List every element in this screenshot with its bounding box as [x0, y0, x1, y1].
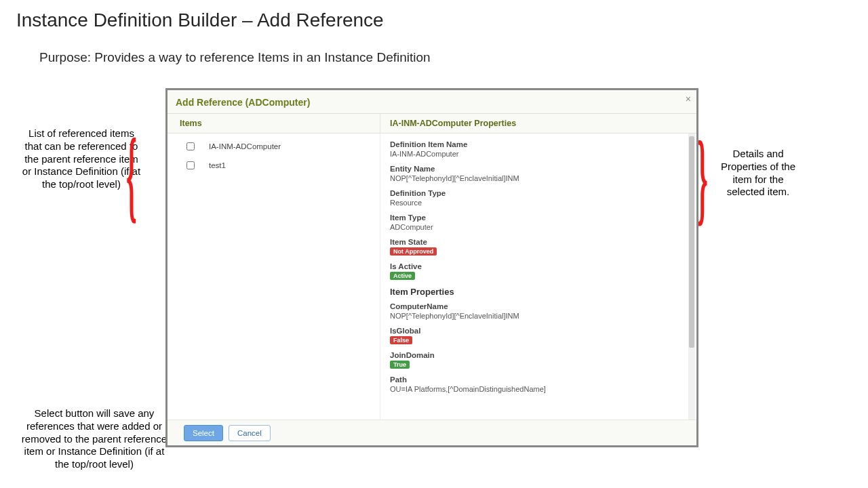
prop-value: NOP[^TelephonyId][^EnclaveInitial]INM: [390, 174, 684, 182]
annotation-properties-panel: Details and Properties of the item for t…: [717, 148, 799, 199]
cancel-button[interactable]: Cancel: [229, 425, 271, 441]
page-title: Instance Definition Builder – Add Refere…: [16, 9, 384, 31]
scrollbar-thumb[interactable]: [689, 136, 694, 348]
prop-label: Item State: [390, 238, 684, 246]
dialog-footer: Select Cancel: [167, 420, 696, 445]
prop-value: ADComputer: [390, 223, 684, 231]
prop-value: IA-INM-ADComputer: [390, 150, 684, 158]
items-pane: IA-INM-ADComputer test1: [167, 134, 380, 420]
prop-label: IsGlobal: [390, 327, 684, 335]
item-properties-header: Item Properties: [390, 287, 684, 297]
dialog-title: Add Reference (ADComputer): [176, 97, 310, 108]
brace-right-icon: }: [697, 117, 708, 238]
prop-item-type: Item Type ADComputer: [390, 214, 684, 231]
status-badge-active: Active: [390, 272, 415, 280]
list-item[interactable]: IA-INM-ADComputer: [184, 140, 376, 152]
dialog-header: Add Reference (ADComputer) ×: [167, 90, 696, 113]
column-headers: Items IA-INM-ADComputer Properties: [167, 113, 696, 134]
prop-value: NOP[^TelephonyId][^EnclaveInitial]INM: [390, 312, 684, 320]
annotation-select-button: Select button will save any references t…: [20, 407, 168, 471]
item-checkbox[interactable]: [186, 161, 195, 169]
list-item[interactable]: test1: [184, 159, 376, 171]
prop-computer-name: ComputerName NOP[^TelephonyId][^EnclaveI…: [390, 302, 684, 320]
prop-label: JoinDomain: [390, 351, 684, 359]
prop-is-global: IsGlobal False: [390, 327, 684, 344]
prop-join-domain: JoinDomain True: [390, 351, 684, 369]
item-label: test1: [209, 161, 226, 169]
brace-left-icon: {: [126, 114, 137, 235]
select-button[interactable]: Select: [184, 425, 223, 441]
annotation-items-list: List of referenced items that can be ref…: [20, 127, 142, 191]
prop-is-active: Is Active Active: [390, 262, 684, 280]
prop-value: Resource: [390, 199, 684, 207]
item-checkbox[interactable]: [186, 142, 195, 150]
prop-label: Is Active: [390, 262, 684, 270]
add-reference-dialog: Add Reference (ADComputer) × Items IA-IN…: [165, 88, 698, 447]
prop-path: Path OU=IA Platforms,[^DomainDistinguish…: [390, 375, 684, 393]
prop-definition-item-name: Definition Item Name IA-INM-ADComputer: [390, 140, 684, 158]
status-badge-true: True: [390, 361, 410, 369]
properties-column-header: IA-INM-ADComputer Properties: [380, 114, 696, 133]
prop-label: Path: [390, 375, 684, 384]
prop-label: Definition Type: [390, 189, 684, 197]
properties-pane: Definition Item Name IA-INM-ADComputer E…: [380, 134, 696, 420]
scrollbar[interactable]: [688, 134, 695, 420]
status-badge-not-approved: Not Approved: [390, 247, 437, 256]
prop-value: OU=IA Platforms,[^DomainDistinguishedNam…: [390, 385, 684, 393]
prop-label: Entity Name: [390, 165, 684, 173]
prop-label: Item Type: [390, 214, 684, 222]
status-badge-false: False: [390, 336, 412, 344]
close-icon[interactable]: ×: [686, 94, 691, 104]
items-column-header: Items: [167, 114, 380, 133]
prop-entity-name: Entity Name NOP[^TelephonyId][^EnclaveIn…: [390, 165, 684, 182]
item-label: IA-INM-ADComputer: [209, 142, 281, 150]
prop-label: Definition Item Name: [390, 140, 684, 148]
purpose-text: Purpose: Provides a way to reference Ite…: [39, 50, 431, 65]
prop-definition-type: Definition Type Resource: [390, 189, 684, 207]
prop-item-state: Item State Not Approved: [390, 238, 684, 256]
prop-label: ComputerName: [390, 302, 684, 310]
